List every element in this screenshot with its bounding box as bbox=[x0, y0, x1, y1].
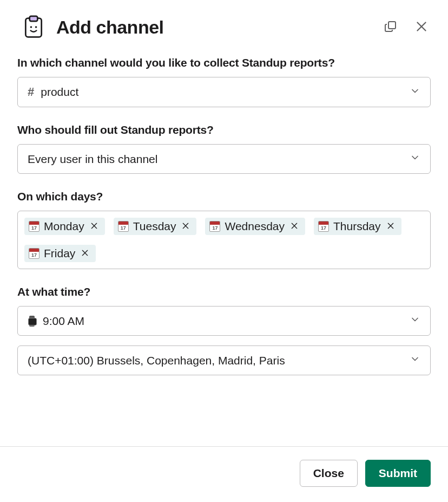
day-chip-label: Tuesday bbox=[133, 220, 176, 233]
who-field-label: Who should fill out Standup reports? bbox=[17, 123, 431, 136]
time-select-value: 9:00 AM bbox=[43, 315, 403, 328]
calendar-icon: 17 bbox=[29, 221, 39, 232]
close-modal-button[interactable] bbox=[412, 17, 431, 37]
day-chip-monday: 17 Monday bbox=[24, 218, 105, 235]
calendar-icon: 17 bbox=[29, 248, 39, 259]
remove-icon bbox=[90, 221, 98, 232]
days-field: On which days? 17 Monday 17 Tuesday bbox=[17, 190, 431, 269]
day-chip-thursday: 17 Thursday bbox=[314, 218, 401, 235]
channel-select[interactable]: # product bbox=[17, 77, 431, 107]
channel-select-value: product bbox=[41, 86, 403, 99]
header-actions bbox=[382, 17, 431, 37]
chevron-down-icon bbox=[410, 314, 420, 328]
who-select-value: Every user in this channel bbox=[28, 153, 403, 166]
calendar-icon: 17 bbox=[118, 221, 129, 232]
close-button[interactable]: Close bbox=[300, 460, 358, 487]
day-chip-label: Thursday bbox=[333, 220, 381, 233]
chevron-down-icon bbox=[410, 86, 420, 99]
who-field: Who should fill out Standup reports? Eve… bbox=[17, 123, 431, 174]
day-chip-label: Friday bbox=[44, 247, 75, 260]
days-multiselect[interactable]: 17 Monday 17 Tuesday 17 Wednesday bbox=[17, 211, 431, 269]
chevron-down-icon bbox=[410, 354, 420, 367]
remove-thursday-button[interactable] bbox=[385, 220, 396, 233]
remove-tuesday-button[interactable] bbox=[180, 220, 191, 233]
time-field-label: At what time? bbox=[17, 285, 431, 298]
days-field-label: On which days? bbox=[17, 190, 431, 203]
modal-header: Add channel bbox=[0, 0, 448, 43]
timezone-field: (UTC+01:00) Brussels, Copenhagen, Madrid… bbox=[17, 345, 431, 375]
svg-point-3 bbox=[35, 26, 37, 28]
open-new-window-icon bbox=[384, 20, 397, 35]
svg-point-2 bbox=[30, 26, 32, 28]
svg-rect-1 bbox=[30, 16, 38, 21]
remove-friday-button[interactable] bbox=[80, 247, 90, 260]
calendar-icon: 17 bbox=[209, 221, 220, 232]
modal-body: In which channel would you like to colle… bbox=[0, 43, 448, 446]
remove-monday-button[interactable] bbox=[89, 220, 100, 233]
who-select[interactable]: Every user in this channel bbox=[17, 144, 431, 174]
day-chip-friday: 17 Friday bbox=[24, 245, 96, 262]
time-field: At what time? 9:00 AM bbox=[17, 285, 431, 336]
day-chip-wednesday: 17 Wednesday bbox=[205, 218, 305, 235]
day-chip-tuesday: 17 Tuesday bbox=[114, 218, 197, 235]
watch-icon bbox=[28, 316, 36, 327]
channel-field: In which channel would you like to colle… bbox=[17, 56, 431, 107]
hash-icon: # bbox=[28, 85, 34, 99]
channel-field-label: In which channel would you like to colle… bbox=[17, 56, 431, 69]
app-clipboard-icon bbox=[22, 15, 45, 39]
remove-icon bbox=[290, 221, 299, 232]
close-icon bbox=[414, 19, 429, 35]
modal-title: Add channel bbox=[56, 17, 371, 38]
remove-wednesday-button[interactable] bbox=[289, 220, 300, 233]
submit-button[interactable]: Submit bbox=[365, 460, 431, 487]
remove-icon bbox=[81, 249, 89, 259]
day-chip-label: Wednesday bbox=[225, 220, 285, 233]
modal-footer: Close Submit bbox=[0, 446, 448, 502]
timezone-select[interactable]: (UTC+01:00) Brussels, Copenhagen, Madrid… bbox=[17, 345, 431, 375]
open-new-window-button[interactable] bbox=[382, 18, 399, 37]
svg-rect-4 bbox=[388, 22, 396, 29]
calendar-icon: 17 bbox=[318, 221, 329, 232]
day-chip-label: Monday bbox=[44, 220, 84, 233]
timezone-select-value: (UTC+01:00) Brussels, Copenhagen, Madrid… bbox=[28, 354, 403, 367]
remove-icon bbox=[386, 221, 395, 232]
time-select[interactable]: 9:00 AM bbox=[17, 306, 431, 336]
chevron-down-icon bbox=[410, 152, 420, 166]
remove-icon bbox=[181, 221, 190, 232]
add-channel-modal: Add channel bbox=[0, 0, 448, 502]
